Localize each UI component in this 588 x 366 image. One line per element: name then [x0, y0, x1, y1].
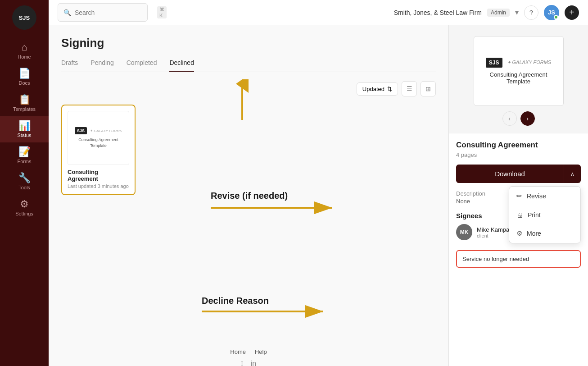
- sidebar-item-templates[interactable]: 📋 Templates: [0, 90, 49, 116]
- forms-icon: 📝: [18, 147, 31, 157]
- list-view-button[interactable]: ☰: [402, 81, 417, 96]
- decline-reason-input[interactable]: [456, 250, 581, 268]
- status-icon: 📊: [18, 121, 31, 131]
- help-button[interactable]: ?: [524, 5, 538, 20]
- search-icon: 🔍: [63, 9, 71, 16]
- avatar-initials: JS: [548, 9, 555, 16]
- search-input[interactable]: [75, 9, 154, 16]
- document-name: Consulting Agreement: [68, 169, 129, 182]
- tab-pending[interactable]: Pending: [90, 59, 113, 72]
- search-kbd: ⌘ K: [157, 6, 167, 18]
- right-doc-title: Consulting Agreement: [456, 141, 581, 150]
- sidebar-label-home: Home: [18, 54, 31, 59]
- next-arrow-button[interactable]: ›: [520, 111, 535, 126]
- topbar-dropdown-arrow[interactable]: ▾: [515, 8, 519, 17]
- tabs: Drafts Pending Completed Declined: [61, 59, 436, 72]
- sidebar-label-tools: Tools: [18, 185, 30, 190]
- svg-text:Decline Reason: Decline Reason: [202, 296, 269, 306]
- revise-annotation-svg: Revise (if needed): [206, 181, 359, 235]
- sidebar-item-docs[interactable]: 📄 Docs: [0, 64, 49, 90]
- dropdown-label-more: More: [527, 230, 541, 237]
- sidebar-item-tools[interactable]: 🔧 Tools: [0, 169, 49, 195]
- sort-select[interactable]: Updated ⇅: [357, 82, 398, 96]
- admin-badge: Admin: [487, 9, 510, 17]
- sidebar-label-status: Status: [17, 133, 31, 138]
- sidebar-logo[interactable]: SJS: [12, 5, 36, 30]
- right-doc-preview: SJS ✦ GALAXY FORMS Consulting Agreement …: [449, 25, 588, 133]
- user-avatar[interactable]: JS: [544, 5, 559, 20]
- filter-row: Updated ⇅ ☰ ⊞: [61, 81, 436, 96]
- right-doc-pages: 4 pages: [456, 151, 581, 158]
- add-button[interactable]: +: [565, 5, 579, 20]
- svg-text:Revise (if needed): Revise (if needed): [211, 191, 288, 201]
- sidebar: SJS ⌂ Home 📄 Docs 📋 Templates 📊 Status 📝…: [0, 0, 49, 366]
- docs-icon: 📄: [18, 69, 31, 78]
- tab-declined[interactable]: Declined: [169, 59, 194, 72]
- dropdown-menu: ✏ Revise 🖨 Print ⚙ More: [509, 186, 581, 243]
- right-preview-card: SJS ✦ GALAXY FORMS Consulting Agreement …: [474, 36, 564, 106]
- topbar: 🔍 ⌘ K Smith, Jones, & Steel Law Firm Adm…: [49, 0, 588, 25]
- topbar-right: Smith, Jones, & Steel Law Firm Admin ▾ ?…: [394, 5, 579, 20]
- more-icon: ⚙: [516, 229, 522, 238]
- sidebar-item-status[interactable]: 📊 Status: [0, 116, 49, 142]
- firm-name: Smith, Jones, & Steel Law Firm: [394, 9, 482, 16]
- content-area: Signing Drafts Pending Completed Decline…: [49, 25, 588, 366]
- dropdown-label-print: Print: [528, 211, 541, 219]
- preview-logo-galaxy: ✦ GALAXY FORMS: [90, 129, 122, 133]
- download-row: Download ∧ ✏ Revise 🖨 Print ⚙: [456, 165, 581, 183]
- right-logo-dark: SJS: [486, 58, 502, 68]
- print-icon: 🖨: [516, 211, 523, 219]
- dropdown-item-more[interactable]: ⚙ More: [509, 224, 580, 243]
- facebook-icon[interactable]: : [241, 360, 244, 366]
- right-preview-logos: SJS ✦ GALAXY FORMS: [486, 58, 551, 68]
- annotation-revise-area: Revise (if needed): [206, 181, 359, 237]
- footer-social:  in: [61, 360, 436, 366]
- preview-nav: ‹ ›: [502, 111, 535, 126]
- dropdown-label-revise: Revise: [527, 192, 546, 200]
- linkedin-icon[interactable]: in: [251, 360, 256, 366]
- sidebar-label-forms: Forms: [17, 159, 31, 164]
- sidebar-item-home[interactable]: ⌂ Home: [0, 38, 49, 64]
- footer: Home Help  in © 2023 Galaxy Forms. All …: [61, 348, 436, 366]
- settings-icon: ⚙: [20, 199, 29, 209]
- sort-arrows-icon: ⇅: [387, 86, 392, 92]
- doc-preview-thumbnail: SJS ✦ GALAXY FORMS Consulting Agreement …: [68, 111, 129, 165]
- tools-icon: 🔧: [18, 173, 31, 183]
- avatar-online-dot: [554, 15, 558, 19]
- preview-logos: SJS ✦ GALAXY FORMS: [75, 127, 122, 134]
- sidebar-label-templates: Templates: [13, 106, 36, 112]
- decline-annotation-svg: Decline Reason: [197, 291, 350, 327]
- download-button[interactable]: Download: [456, 165, 564, 183]
- prev-arrow-button[interactable]: ‹: [502, 111, 517, 126]
- annotation-decline-area: Decline Reason: [197, 291, 350, 329]
- logo-text: SJS: [19, 14, 30, 21]
- document-card[interactable]: SJS ✦ GALAXY FORMS Consulting Agreement …: [61, 105, 136, 195]
- footer-links: Home Help: [61, 348, 436, 355]
- preview-logo-dark: SJS: [75, 127, 87, 134]
- tab-completed[interactable]: Completed: [127, 59, 157, 72]
- sort-label: Updated: [362, 86, 384, 92]
- page-title: Signing: [61, 36, 436, 50]
- templates-icon: 📋: [18, 95, 31, 105]
- left-panel: Signing Drafts Pending Completed Decline…: [49, 25, 448, 366]
- footer-link-home[interactable]: Home: [230, 348, 246, 355]
- preview-text: Consulting Agreement Template: [78, 137, 118, 148]
- home-icon: ⌂: [21, 42, 27, 52]
- main-wrapper: 🔍 ⌘ K Smith, Jones, & Steel Law Firm Adm…: [49, 0, 588, 366]
- sidebar-label-docs: Docs: [18, 80, 30, 86]
- sidebar-label-settings: Settings: [15, 211, 33, 216]
- right-panel: SJS ✦ GALAXY FORMS Consulting Agreement …: [448, 25, 588, 366]
- right-logo-galaxy: ✦ GALAXY FORMS: [507, 59, 552, 65]
- right-preview-title: Consulting Agreement Template: [490, 71, 547, 85]
- footer-link-help[interactable]: Help: [255, 348, 267, 355]
- download-expand-button[interactable]: ∧: [564, 165, 581, 183]
- search-box[interactable]: 🔍 ⌘ K: [58, 3, 148, 22]
- dropdown-item-revise[interactable]: ✏ Revise: [509, 187, 580, 206]
- signee-avatar: MK: [456, 224, 472, 240]
- document-updated: Last updated 3 minutes ago: [68, 183, 129, 189]
- sidebar-item-settings[interactable]: ⚙ Settings: [0, 195, 49, 221]
- grid-view-button[interactable]: ⊞: [421, 81, 436, 96]
- sidebar-item-forms[interactable]: 📝 Forms: [0, 142, 49, 169]
- dropdown-item-print[interactable]: 🖨 Print: [509, 206, 580, 224]
- tab-drafts[interactable]: Drafts: [61, 59, 78, 72]
